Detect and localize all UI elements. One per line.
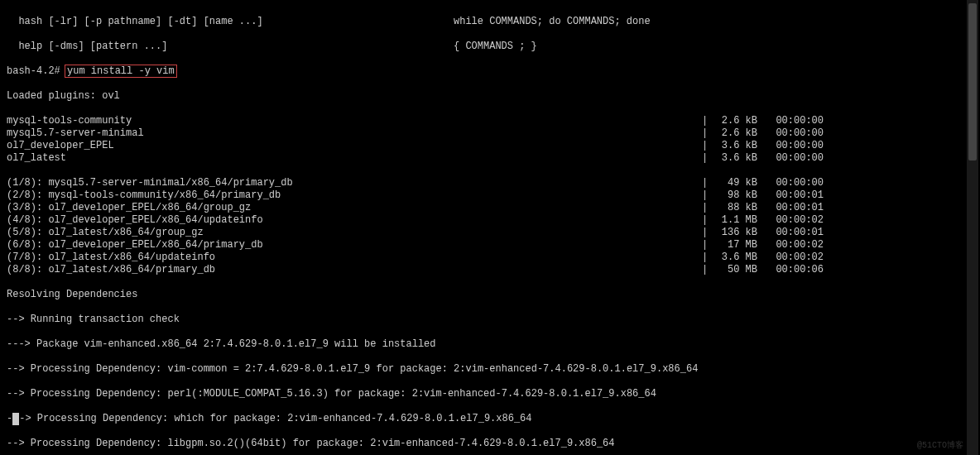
terminal-output[interactable]: hash [-lr] [-p pathname] [-dt] [name ...…: [0, 0, 980, 455]
download-row: (4/8): ol7_developer_EPEL/x86_64/updatei…: [7, 214, 973, 227]
download-row: ol7_latest|3.6 kB 00:00:00: [7, 152, 973, 165]
download-row: mysql-tools-community|2.6 kB 00:00:00: [7, 115, 973, 127]
prompt-line: bash-4.2# yum install -y vim: [7, 65, 973, 78]
scrollbar-thumb[interactable]: [968, 3, 977, 160]
output-line: Loaded plugins: ovl: [7, 90, 973, 103]
output-line: --> Processing Dependency: libgpm.so.2()…: [7, 438, 973, 450]
download-row: mysql5.7-server-minimal|2.6 kB 00:00:00: [7, 127, 973, 140]
output-line: ---> Package vim-enhanced.x86_64 2:7.4.6…: [7, 338, 973, 351]
download-row: (3/8): ol7_developer_EPEL/x86_64/group_g…: [7, 202, 973, 214]
watermark: @51CTO博客: [917, 439, 963, 452]
download-row: (1/8): mysql5.7-server-minimal/x86_64/pr…: [7, 177, 973, 189]
command-highlight: yum install -y vim: [65, 65, 177, 78]
help-line: hash [-lr] [-p pathname] [-dt] [name ...…: [7, 16, 973, 28]
download-row: (7/8): ol7_latest/x86_64/updateinfo|3.6 …: [7, 251, 973, 264]
cursor-block: [12, 413, 19, 425]
help-line: help [-dms] [pattern ...]{ COMMANDS ; }: [7, 41, 973, 53]
output-line: - -> Processing Dependency: which for pa…: [7, 413, 973, 425]
output-line: Resolving Dependencies: [7, 289, 973, 301]
download-row: (6/8): ol7_developer_EPEL/x86_64/primary…: [7, 239, 973, 251]
output-line: --> Processing Dependency: vim-common = …: [7, 363, 973, 376]
output-line: --> Running transaction check: [7, 314, 973, 326]
output-line: --> Processing Dependency: perl(:MODULE_…: [7, 388, 973, 400]
download-row: (8/8): ol7_latest/x86_64/primary_db|50 M…: [7, 264, 973, 276]
scrollbar[interactable]: [967, 0, 978, 455]
download-row: ol7_developer_EPEL|3.6 kB 00:00:00: [7, 140, 973, 152]
download-row: (2/8): mysql-tools-community/x86_64/prim…: [7, 189, 973, 202]
download-row: (5/8): ol7_latest/x86_64/group_gz|136 kB…: [7, 227, 973, 239]
